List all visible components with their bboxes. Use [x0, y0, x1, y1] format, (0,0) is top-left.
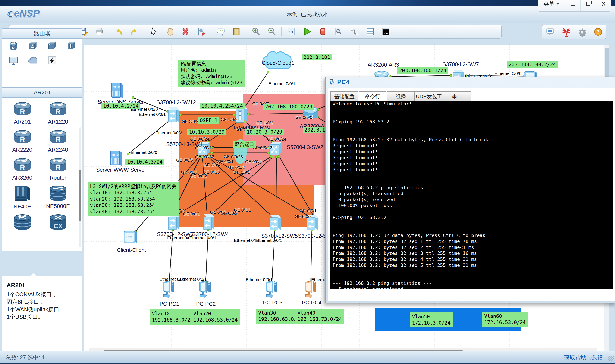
- cli-console-icon[interactable]: [381, 27, 391, 36]
- port-label: GE 0/0/1: [217, 159, 234, 164]
- node-pc3[interactable]: [265, 279, 279, 299]
- router-category-icon[interactable]: R: [9, 41, 18, 50]
- right-toolbar: ?: [542, 25, 606, 39]
- terminal-line: [333, 274, 613, 281]
- delete-icon[interactable]: [181, 27, 190, 36]
- ip-badge[interactable]: 10.10.4.2/24: [101, 103, 140, 109]
- address-table-icon[interactable]: [365, 27, 375, 36]
- resize-grip-icon[interactable]: [608, 356, 614, 362]
- node-sw12[interactable]: [167, 106, 180, 124]
- cloud-category-icon[interactable]: [28, 56, 37, 65]
- terminal-category-icon[interactable]: [9, 56, 18, 65]
- restore-button[interactable]: [580, 0, 596, 11]
- port-label: GE 0/0/22: [195, 145, 214, 150]
- pan-hand-icon[interactable]: [165, 27, 174, 36]
- undo-icon[interactable]: [114, 27, 123, 36]
- ip-badge[interactable]: OSPF 1: [198, 117, 219, 124]
- vlan50-note[interactable]: Vlan50172.16.3.0/24: [410, 312, 453, 327]
- svg-text:.COM: .COM: [111, 153, 119, 157]
- node-pc1[interactable]: [162, 279, 176, 299]
- node-client[interactable]: HTTP: [123, 230, 138, 246]
- color-rect-icon[interactable]: [232, 27, 241, 36]
- pc4-terminal-window[interactable]: PC4 基础配置命令行组播UDP发包工具串口 Welcome to use PC…: [325, 77, 615, 303]
- node-sw5[interactable]: [268, 214, 282, 232]
- stop-icon[interactable]: [318, 27, 327, 36]
- ip-badge[interactable]: 10.10.4.3/24: [125, 159, 164, 165]
- node-pc4[interactable]: [304, 279, 318, 299]
- device-item-label: NE40E: [13, 203, 31, 210]
- ip-badge[interactable]: 10.20.3.0/29: [245, 129, 284, 135]
- vlan40-note[interactable]: Vlan40192.168.73.0/24: [295, 309, 344, 324]
- node-server-www[interactable]: .COM: [109, 150, 123, 168]
- terminal-line: 5 packet(s) transmitted: [333, 191, 613, 197]
- minimize-button[interactable]: [565, 0, 580, 11]
- menu-button[interactable]: 菜单: [538, 0, 565, 11]
- device-item-ar201[interactable]: RAR201: [4, 101, 40, 125]
- node-server-dns[interactable]: .COM: [110, 82, 124, 100]
- port-label: Ethernet 0/0/1: [255, 238, 282, 243]
- delete-config-icon[interactable]: [197, 27, 206, 36]
- actual-size-icon[interactable]: 1:1: [286, 27, 296, 36]
- device-item-router[interactable]: RRouter: [40, 157, 76, 181]
- device-item-ne40e[interactable]: NE40E: [4, 185, 40, 210]
- select-cursor-icon[interactable]: [149, 27, 159, 36]
- ip-badge[interactable]: 10.10.3.0/29: [187, 129, 226, 135]
- pc4-tab-基础配置[interactable]: 基础配置: [331, 91, 358, 102]
- start-icon[interactable]: [302, 27, 312, 36]
- zoom-in-icon[interactable]: [251, 27, 261, 36]
- zoom-out-icon[interactable]: [267, 27, 276, 36]
- vlan20-note[interactable]: Vlan20192.168.53.0/24: [191, 309, 240, 325]
- print-icon[interactable]: [94, 27, 104, 36]
- terminal-line: Welcome to use PC Simulator!: [333, 101, 613, 107]
- vrrp-note[interactable]: L3-SW1/2的VRRP虚拟ip以及PC的网关vlan10: 192.168.…: [88, 182, 179, 216]
- ip-badge[interactable]: 203.108.100.1/24: [397, 67, 448, 74]
- ip-badge[interactable]: 203.108.100.2/24: [507, 61, 558, 68]
- firewall-category-icon[interactable]: [67, 41, 76, 50]
- pc4-tab-命令行[interactable]: 命令行: [359, 91, 387, 102]
- pc4-window-titlebar[interactable]: PC4: [326, 77, 615, 87]
- switch-category-icon[interactable]: [28, 41, 37, 50]
- ip-badge[interactable]: 聚合端口: [233, 141, 256, 148]
- node-sw3[interactable]: [167, 213, 180, 231]
- minimize-icon: [571, 5, 575, 6]
- device-item-ar3260[interactable]: RAR3260: [4, 157, 40, 181]
- node-sw4[interactable]: [202, 213, 215, 231]
- terminal-line: From 192.168.3.2: bytes=32 seq=2 ttl=255…: [333, 245, 613, 251]
- settings-gear-icon[interactable]: [577, 27, 587, 37]
- help-icon[interactable]: ?: [593, 27, 603, 37]
- node-label-pc1: PC-PC1: [160, 301, 179, 307]
- device-item-ar2240[interactable]: RAR2240: [40, 129, 76, 153]
- close-button[interactable]: X: [596, 0, 611, 11]
- huawei-logo-icon[interactable]: [562, 27, 571, 37]
- wlan-category-icon[interactable]: [47, 41, 57, 50]
- help-feedback-link[interactable]: 获取帮助与反馈: [564, 354, 603, 361]
- connection-category-icon[interactable]: [47, 56, 57, 65]
- device-list-scrollbar-thumb[interactable]: [79, 170, 81, 221]
- pc4-tab-UDP发包工具[interactable]: UDP发包工具: [415, 91, 443, 102]
- device-item[interactable]: CX: [40, 214, 76, 231]
- device-list-scrollbar[interactable]: [79, 128, 81, 247]
- node-pc2[interactable]: [198, 279, 212, 299]
- topo-link-icon[interactable]: [350, 27, 359, 36]
- pc4-tab-串口[interactable]: 串口: [443, 91, 471, 102]
- ip-badge[interactable]: 202.3.101: [302, 54, 332, 60]
- pc4-terminal[interactable]: Welcome to use PC Simulator! PC>ping 192…: [331, 101, 613, 289]
- device-item-ar1220[interactable]: RAR1220: [40, 101, 76, 125]
- device-item-label: AR2220: [12, 146, 32, 153]
- redo-icon[interactable]: [130, 27, 139, 36]
- packet-capture-icon[interactable]: [334, 27, 343, 36]
- vlan60-note[interactable]: Vlan60172.16.53.0/24: [482, 312, 528, 327]
- device-item-ne5000e[interactable]: NE5000E: [40, 185, 76, 210]
- terminal-line: From 192.168.3.2: bytes=32 seq=1 ttl=255…: [333, 239, 613, 245]
- device-item-ar2220[interactable]: RAR2220: [4, 129, 40, 153]
- device-item[interactable]: [4, 214, 40, 231]
- ip-badge[interactable]: 10.10.4.254/24: [200, 103, 245, 109]
- pc4-tab-组播[interactable]: 组播: [387, 91, 415, 102]
- ip-badge[interactable]: 202.108.100.0/29: [263, 104, 314, 110]
- feedback-balloon-icon[interactable]: [546, 27, 555, 37]
- fw-config-note[interactable]: FW配置信息用户名: admin默认密码: Admin@123建议修改密码: a…: [178, 60, 245, 87]
- vlan10-note[interactable]: Vlan10192.168.3.0/24: [150, 309, 195, 325]
- note-balloon-icon[interactable]: [216, 27, 225, 36]
- port-label: Ethernet 0/0/1: [139, 112, 166, 117]
- terminal-line: [333, 179, 613, 185]
